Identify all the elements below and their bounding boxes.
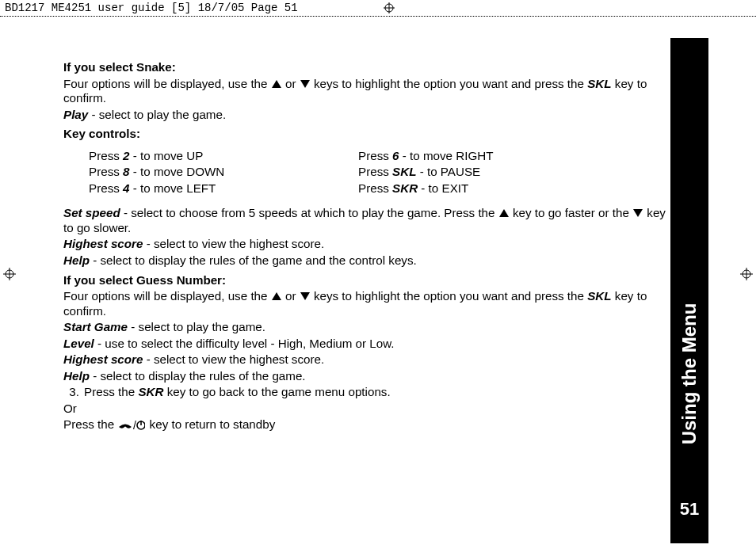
sidebar-tab-label: Using the Menu: [678, 303, 701, 445]
hangup-power-icon: /: [118, 420, 145, 431]
control-item: Press 6 - to move RIGHT: [358, 149, 596, 164]
controls-row-3: Press 4 - to move LEFT Press SKR - to EX…: [89, 181, 674, 197]
standby-line: Press the / key to return to standby: [63, 417, 674, 432]
text: keys to highlight the option you want an…: [311, 77, 588, 90]
level-label: Level: [63, 337, 94, 350]
crop-header-text: BD1217 ME4251 user guide [5] 18/7/05 Pag…: [5, 2, 298, 14]
text: - select to view the highest score.: [143, 237, 324, 250]
skr-key: SKR: [138, 385, 163, 398]
or-line: Or: [63, 402, 674, 417]
text: Four options will be displayed, use the: [63, 77, 271, 90]
arrow-up-icon: [272, 292, 281, 300]
text: - select to choose from 5 speeds at whic…: [120, 206, 498, 219]
text: - use to select the difficulty level - H…: [94, 337, 395, 350]
help-label: Help: [63, 369, 90, 383]
arrow-up-icon: [499, 209, 509, 217]
arrow-up-icon: [272, 80, 281, 88]
text: Four options will be displayed, use the: [63, 289, 271, 303]
page-number: 51: [670, 499, 708, 520]
text: - select to play the game.: [88, 108, 226, 121]
control-item: Press 8 - to move DOWN: [89, 165, 358, 180]
text: - select to display the rules of the gam…: [90, 253, 417, 267]
page-content: If you select Snake: Four options will b…: [63, 55, 674, 434]
registration-mark-top: [384, 2, 395, 13]
crop-header: BD1217 ME4251 user guide [5] 18/7/05 Pag…: [0, 0, 756, 17]
svg-text:/: /: [133, 420, 136, 431]
help-line: Help - select to display the rules of th…: [63, 253, 674, 268]
control-item: Press 4 - to move LEFT: [89, 181, 358, 196]
registration-mark-right: [740, 268, 753, 280]
key-controls-heading: Key controls:: [63, 127, 674, 142]
controls-row-2: Press 8 - to move DOWN Press SKL - to PA…: [89, 164, 674, 181]
guess-help-line: Help - select to display the rules of th…: [63, 369, 674, 384]
step-number: 3.: [54, 385, 84, 400]
text: or: [282, 77, 300, 90]
play-label: Play: [63, 108, 88, 121]
set-speed-label: Set speed: [63, 206, 120, 219]
control-item: Press 2 - to move UP: [89, 149, 358, 164]
arrow-down-icon: [300, 292, 310, 300]
set-speed-line: Set speed - select to choose from 5 spee…: [63, 206, 674, 235]
text: Press the: [63, 417, 117, 431]
play-line: Play - select to play the game.: [63, 108, 674, 123]
help-label: Help: [63, 253, 90, 267]
guess-highscore-line: Highest score - select to view the highe…: [63, 352, 674, 367]
start-game-label: Start Game: [63, 320, 128, 333]
sidebar-tab: Using the Menu 51: [670, 38, 708, 543]
text: - select to play the game.: [128, 320, 265, 333]
skl-key: SKL: [587, 289, 611, 303]
text: or: [282, 289, 300, 303]
controls-row-1: Press 2 - to move UP Press 6 - to move R…: [89, 148, 674, 165]
step-3: 3. Press the SKR key to go back to the g…: [63, 385, 674, 400]
registration-mark-left: [3, 268, 16, 280]
highest-score-label: Highest score: [63, 352, 143, 366]
text: keys to highlight the option you want an…: [311, 289, 588, 303]
highest-score-label: Highest score: [63, 237, 143, 250]
snake-intro: Four options will be displayed, use the …: [63, 77, 674, 106]
text: key to go faster or the: [510, 206, 632, 219]
skl-key: SKL: [587, 77, 611, 90]
highest-score-line: Highest score - select to view the highe…: [63, 237, 674, 252]
snake-heading: If you select Snake:: [63, 60, 674, 75]
text: key to go back to the game menu options.: [163, 385, 390, 398]
guess-heading: If you select Guess Number:: [63, 273, 674, 288]
text: key to return to standby: [146, 417, 275, 431]
start-game-line: Start Game - select to play the game.: [63, 320, 674, 335]
text: - select to display the rules of the gam…: [90, 369, 306, 383]
step-3-text: Press the SKR key to go back to the game…: [84, 385, 391, 400]
text: - select to view the highest score.: [143, 352, 324, 366]
guess-intro: Four options will be displayed, use the …: [63, 289, 674, 318]
text: Press the: [84, 385, 138, 398]
arrow-down-icon: [300, 80, 310, 88]
arrow-down-icon: [633, 209, 643, 217]
control-item: Press SKL - to PAUSE: [358, 165, 596, 180]
control-item: Press SKR - to EXIT: [358, 181, 596, 196]
level-line: Level - use to select the difficulty lev…: [63, 337, 674, 352]
